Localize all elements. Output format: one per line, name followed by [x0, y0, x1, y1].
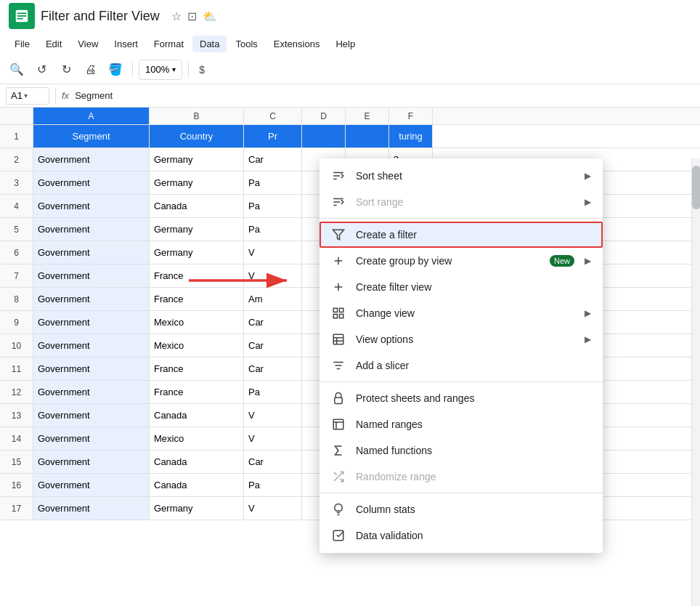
col-header-B[interactable]: B: [150, 108, 244, 124]
cell-segment-2[interactable]: Government: [33, 148, 150, 171]
menu-item-create-filter[interactable]: Create a filter: [320, 222, 603, 248]
cell-c-3[interactable]: Pa: [244, 171, 302, 194]
menu-item-create-group-view[interactable]: Create group by view New ▶: [320, 248, 603, 274]
menu-insert[interactable]: Insert: [107, 36, 145, 52]
cell-segment-4[interactable]: Government: [33, 195, 150, 217]
cell-segment-15[interactable]: Government: [33, 451, 150, 473]
menu-format[interactable]: Format: [147, 36, 191, 52]
cell-reference[interactable]: A1 ▾: [6, 87, 49, 105]
cell-c-10[interactable]: Car: [244, 334, 302, 357]
cell-segment-13[interactable]: Government: [33, 404, 150, 427]
cell-country-16[interactable]: Canada: [150, 474, 244, 496]
cell-c-14[interactable]: V: [244, 427, 302, 450]
star-icon[interactable]: ☆: [171, 9, 182, 23]
cell-segment-7[interactable]: Government: [33, 264, 150, 287]
menu-item-change-view[interactable]: Change view ▶: [320, 300, 603, 326]
cell-segment-10[interactable]: Government: [33, 334, 150, 357]
cell-country-15[interactable]: Canada: [150, 451, 244, 473]
cell-segment-6[interactable]: Government: [33, 241, 150, 264]
cell-segment-11[interactable]: Government: [33, 357, 150, 380]
cell-segment-5[interactable]: Government: [33, 218, 150, 241]
scrollbar[interactable]: [691, 158, 700, 606]
cell-c-16[interactable]: Pa: [244, 474, 302, 496]
cell-c-7[interactable]: V: [244, 264, 302, 287]
col-header-C[interactable]: C: [244, 108, 302, 124]
cell-c-5[interactable]: Pa: [244, 218, 302, 241]
menu-view[interactable]: View: [70, 36, 105, 52]
cell-country-13[interactable]: Canada: [150, 404, 244, 427]
cell-country-6[interactable]: Germany: [150, 241, 244, 264]
cell-F1[interactable]: turing: [389, 125, 433, 148]
menu-item-add-slicer[interactable]: Add a slicer: [320, 352, 603, 379]
menu-edit[interactable]: Edit: [38, 36, 69, 52]
cell-country-11[interactable]: France: [150, 357, 244, 380]
menu-extensions[interactable]: Extensions: [266, 36, 327, 52]
zoom-selector[interactable]: 100% ▾: [139, 60, 182, 80]
row-num-6: 6: [0, 241, 33, 264]
cell-country-14[interactable]: Mexico: [150, 427, 244, 450]
menu-item-data-validation[interactable]: Data validation: [320, 522, 603, 549]
menu-file[interactable]: File: [7, 36, 37, 52]
menu-item-create-filter-view[interactable]: Create filter view: [320, 274, 603, 300]
cell-c-2[interactable]: Car: [244, 148, 302, 171]
print-btn[interactable]: 🖨: [80, 59, 102, 81]
submenu-arrow-create-group-view: ▶: [585, 256, 591, 266]
cell-A1[interactable]: Segment: [33, 125, 150, 148]
menu-data[interactable]: Data: [192, 36, 227, 52]
col-header-E[interactable]: E: [346, 108, 389, 124]
menu-help[interactable]: Help: [328, 36, 362, 52]
cell-segment-14[interactable]: Government: [33, 427, 150, 450]
menu-tools[interactable]: Tools: [228, 36, 264, 52]
menu-item-named-ranges[interactable]: Named ranges: [320, 411, 603, 437]
cell-segment-8[interactable]: Government: [33, 288, 150, 310]
menu-item-view-options[interactable]: View options ▶: [320, 326, 603, 352]
cell-country-4[interactable]: Canada: [150, 195, 244, 217]
cell-c-11[interactable]: Car: [244, 357, 302, 380]
cell-segment-16[interactable]: Government: [33, 474, 150, 496]
svg-rect-35: [333, 530, 343, 541]
menu-item-column-stats[interactable]: Column stats: [320, 496, 603, 522]
menu-item-sort-range: Sort range ▶: [320, 189, 603, 215]
cell-country-9[interactable]: Mexico: [150, 311, 244, 334]
redo-btn[interactable]: ↻: [55, 59, 77, 81]
cell-country-17[interactable]: Germany: [150, 497, 244, 520]
search-btn[interactable]: 🔍: [6, 59, 28, 81]
cell-country-2[interactable]: Germany: [150, 148, 244, 171]
menu-item-sort-sheet[interactable]: Sort sheet ▶: [320, 163, 603, 189]
menu-item-protect-sheets[interactable]: Protect sheets and ranges: [320, 385, 603, 411]
cell-country-5[interactable]: Germany: [150, 218, 244, 241]
formula-bar: A1 ▾ fx Segment: [0, 84, 700, 108]
row-num-13: 13: [0, 404, 33, 427]
menu-item-named-functions[interactable]: Named functions: [320, 437, 603, 464]
cell-c-6[interactable]: V: [244, 241, 302, 264]
cell-country-10[interactable]: Mexico: [150, 334, 244, 357]
cell-segment-12[interactable]: Government: [33, 381, 150, 403]
cell-c-13[interactable]: V: [244, 404, 302, 427]
cell-D1[interactable]: [302, 125, 346, 148]
scrollbar-thumb[interactable]: [692, 166, 700, 209]
cell-c-15[interactable]: Car: [244, 451, 302, 473]
undo-btn[interactable]: ↺: [30, 59, 52, 81]
cell-c-12[interactable]: Pa: [244, 381, 302, 403]
cell-segment-3[interactable]: Government: [33, 171, 150, 194]
col-header-F[interactable]: F: [389, 108, 433, 124]
cell-country-3[interactable]: Germany: [150, 171, 244, 194]
cell-E1[interactable]: [346, 125, 389, 148]
cell-c-9[interactable]: Car: [244, 311, 302, 334]
col-header-D[interactable]: D: [302, 108, 346, 124]
cloud-icon[interactable]: ⛅: [203, 9, 217, 23]
col-header-A[interactable]: A: [33, 108, 150, 124]
cell-c-4[interactable]: Pa: [244, 195, 302, 217]
cell-country-8[interactable]: France: [150, 288, 244, 310]
currency-btn[interactable]: $: [195, 62, 209, 77]
cell-B1[interactable]: Country: [150, 125, 244, 148]
cell-segment-9[interactable]: Government: [33, 311, 150, 334]
paint-format-btn[interactable]: 🪣: [105, 59, 126, 81]
cell-C1[interactable]: Pr: [244, 125, 302, 148]
cell-segment-17[interactable]: Government: [33, 497, 150, 520]
cell-c-8[interactable]: Am: [244, 288, 302, 310]
cell-country-12[interactable]: France: [150, 381, 244, 403]
cell-country-7[interactable]: France: [150, 264, 244, 287]
camera-icon[interactable]: ⊡: [187, 9, 197, 23]
cell-c-17[interactable]: V: [244, 497, 302, 520]
